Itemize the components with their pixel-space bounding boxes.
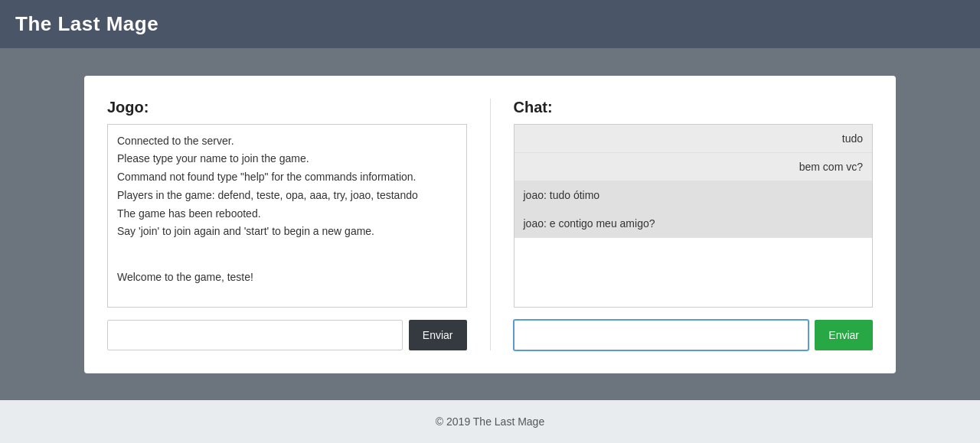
chat-message: joao: e contigo meu amigo? xyxy=(514,210,873,238)
footer-text: © 2019 The Last Mage xyxy=(436,415,544,428)
game-log-entry: The game has been rebooted. xyxy=(117,205,457,223)
chat-send-button[interactable]: Enviar xyxy=(815,320,873,350)
game-log-entry: Connected to the server. xyxy=(117,132,457,151)
main-card: Jogo: Connected to the server.Please typ… xyxy=(84,76,896,373)
chat-input-row: Enviar xyxy=(514,320,874,350)
app-title: The Last Mage xyxy=(15,12,158,36)
chat-message: bem com vc? xyxy=(514,153,873,181)
jogo-input-row: Enviar xyxy=(107,320,467,350)
chat-title: Chat: xyxy=(514,99,874,116)
main-content: Jogo: Connected to the server.Please typ… xyxy=(0,48,980,400)
chat-messages: tudobem com vc?joao: tudo ótimojoao: e c… xyxy=(514,124,874,308)
game-log-entry xyxy=(117,250,457,269)
game-log-entry xyxy=(117,296,457,308)
game-log: Connected to the server.Please type your… xyxy=(107,124,467,308)
chat-input[interactable] xyxy=(514,320,809,350)
chat-message: tudo xyxy=(514,125,873,153)
app-header: The Last Mage xyxy=(0,0,980,48)
game-log-entry: Welcome to the game, teste! xyxy=(117,269,457,287)
jogo-panel: Jogo: Connected to the server.Please typ… xyxy=(107,99,467,350)
jogo-input[interactable] xyxy=(107,320,403,350)
game-log-entry: Players in the game: defend, teste, opa,… xyxy=(117,187,457,205)
jogo-title: Jogo: xyxy=(107,99,467,116)
game-log-entry: Command not found type "help" for the co… xyxy=(117,168,457,187)
chat-panel: Chat: tudobem com vc?joao: tudo ótimojoa… xyxy=(514,99,874,350)
panel-divider xyxy=(490,99,491,350)
chat-message: joao: tudo ótimo xyxy=(514,181,873,210)
game-log-entry: Please type your name to join the game. xyxy=(117,150,457,168)
app-footer: © 2019 The Last Mage xyxy=(0,400,980,443)
jogo-send-button[interactable]: Enviar xyxy=(409,320,467,350)
game-log-entry: Say 'join' to join again and 'start' to … xyxy=(117,223,457,241)
